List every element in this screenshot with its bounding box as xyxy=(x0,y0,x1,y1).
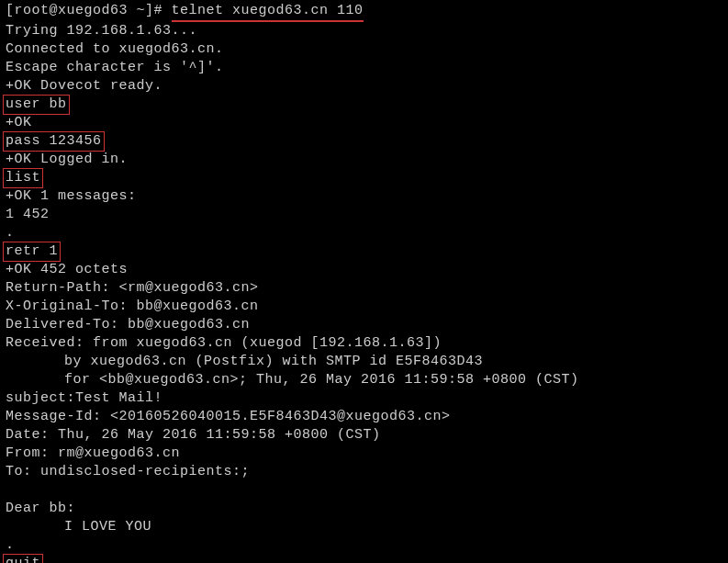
shell-prompt: [root@xuegod63 ~]# xyxy=(6,3,172,18)
output-dovecot-ready: +OK Dovecot ready. xyxy=(6,77,722,96)
mail-delivered: Delivered-To: bb@xuegod63.cn xyxy=(6,316,722,334)
mail-message-id: Message-Id: <20160526040015.E5F8463D43@x… xyxy=(6,408,722,426)
output-dot2: . xyxy=(6,536,722,555)
retr-command[interactable]: retr 1 xyxy=(3,242,61,262)
output-trying: Trying 192.168.1.63... xyxy=(6,22,722,40)
mail-subject: subject:Test Mail! xyxy=(6,389,722,408)
output-connected: Connected to xuegod63.cn. xyxy=(6,40,722,59)
output-retr-ok: +OK 452 octets xyxy=(6,261,722,279)
input-pass-line: pass 123456 xyxy=(6,132,722,151)
user-command[interactable]: user bb xyxy=(3,95,70,115)
mail-return-path: Return-Path: <rm@xuegod63.cn> xyxy=(6,279,722,298)
input-user-line: user bb xyxy=(6,96,722,114)
output-user-ok: +OK xyxy=(6,114,722,132)
input-retr-line: retr 1 xyxy=(6,242,722,261)
mail-received-2: by xuegod63.cn (Postfix) with SMTP id E5… xyxy=(6,353,722,371)
mail-from: From: rm@xuegod63.cn xyxy=(6,445,722,463)
mail-body-1: Dear bb: xyxy=(6,500,722,518)
mail-blank xyxy=(6,481,722,500)
output-list-item: 1 452 xyxy=(6,206,722,224)
input-quit-line: quit xyxy=(6,555,722,563)
output-pass-ok: +OK Logged in. xyxy=(6,151,722,169)
list-command[interactable]: list xyxy=(3,168,43,188)
output-list-ok: +OK 1 messages: xyxy=(6,187,722,206)
output-dot1: . xyxy=(6,224,722,242)
mail-received-3: for <bb@xuegod63.cn>; Thu, 26 May 2016 1… xyxy=(6,371,722,389)
pass-command[interactable]: pass 123456 xyxy=(3,131,105,152)
mail-date: Date: Thu, 26 May 2016 11:59:58 +0800 (C… xyxy=(6,426,722,445)
quit-command[interactable]: quit xyxy=(3,554,43,563)
prompt-line: [root@xuegod63 ~]# telnet xuegod63.cn 11… xyxy=(6,2,722,22)
output-escape: Escape character is '^]'. xyxy=(6,59,722,77)
mail-body-2: I LOVE YOU xyxy=(6,518,722,536)
telnet-command[interactable]: telnet xuegod63.cn 110 xyxy=(172,2,364,22)
mail-received-1: Received: from xuegod63.cn (xuegod [192.… xyxy=(6,334,722,353)
mail-to: To: undisclosed-recipients:; xyxy=(6,463,722,481)
mail-x-original: X-Original-To: bb@xuegod63.cn xyxy=(6,298,722,316)
input-list-line: list xyxy=(6,169,722,187)
